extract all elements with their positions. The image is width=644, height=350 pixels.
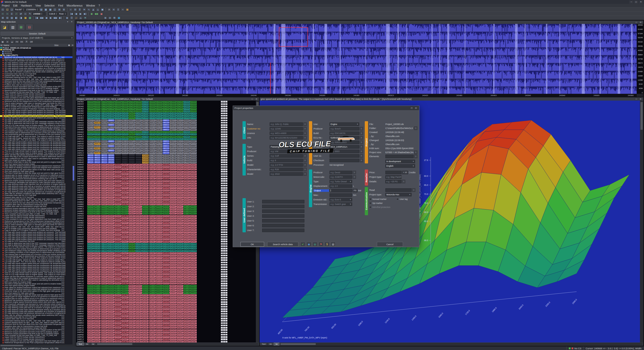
hex-cell[interactable]: 45647 <box>190 182 197 184</box>
hex-cell[interactable]: 00231 <box>142 140 149 142</box>
hex-cell[interactable]: 00221 <box>87 150 94 152</box>
list-item[interactable]: Time constant of the low pass filter of … <box>0 334 74 336</box>
hex-cell[interactable]: 45535 <box>149 229 156 231</box>
hex-cell[interactable]: 03000 <box>190 103 197 105</box>
hex-cell[interactable]: 00101 <box>94 145 101 147</box>
hex-row[interactable]: 2408824564745647456474564745647453676536… <box>76 203 256 205</box>
hex-cell[interactable]: 45647 <box>108 306 114 308</box>
hex-cell[interactable]: 65367 <box>149 164 156 166</box>
hex-cell[interactable]: 03000 <box>149 131 156 133</box>
hex-cell[interactable]: 00110 <box>183 208 190 210</box>
hex-cell[interactable]: 45647 <box>94 185 101 187</box>
hex-cell[interactable]: 65507 <box>94 306 101 308</box>
hex-cell[interactable]: 00022 <box>101 292 108 294</box>
hex-cell[interactable]: 00574 <box>142 122 149 124</box>
hex-cell[interactable]: 65367 <box>135 313 142 315</box>
hex-cell[interactable]: 03000 <box>94 136 101 138</box>
hex-cell[interactable]: 45647 <box>87 313 94 315</box>
map-3d-vscrollbar[interactable] <box>640 101 643 342</box>
hex-cell[interactable]: 65367 <box>135 336 142 338</box>
hex-cell[interactable]: 00221 <box>87 140 94 142</box>
list-item[interactable]: 2D map with inputs engine speed and ambi… <box>0 110 74 111</box>
maximize-button[interactable]: ▢ <box>634 1 638 4</box>
hex-cell[interactable]: 45645 <box>129 112 135 114</box>
hex-cell[interactable]: 00022 <box>122 212 128 214</box>
list-item[interactable]: Lower limit for DEFOI torque derate indu… <box>0 216 74 218</box>
hex-cell[interactable]: 45535 <box>163 252 169 254</box>
hex-cell[interactable]: 65507 <box>94 227 101 229</box>
hex-cell[interactable]: 45647 <box>87 310 94 312</box>
hex-cell[interactable]: 45647 <box>94 194 101 196</box>
hex-cell[interactable]: 45647 <box>115 320 121 322</box>
hex-cell[interactable]: 65367 <box>142 201 149 203</box>
hex-cell[interactable]: 45535 <box>163 182 169 184</box>
hex-cell[interactable]: 02500 <box>177 108 183 110</box>
hex-cell[interactable]: 03000 <box>115 108 121 110</box>
hex-row[interactable]: 2405C20057400419002390011945535455356553… <box>76 152 256 154</box>
column-mode-button[interactable]: ⫼ <box>78 8 82 11</box>
hex-cell[interactable]: 45647 <box>87 308 94 310</box>
hex-cell[interactable]: 45647 <box>94 259 101 261</box>
hex-cell[interactable]: 45535 <box>149 282 156 284</box>
hex-cell[interactable]: 45535 <box>149 269 156 271</box>
hex-cell[interactable]: 45647 <box>108 173 114 175</box>
hex-cell[interactable]: 65525 <box>170 266 176 268</box>
list-item[interactable]: Governor slope to be used when gears in … <box>0 290 74 292</box>
list-item[interactable]: 2D map defining crank rail pressure dema… <box>0 312 74 314</box>
hex-cell[interactable]: 45647 <box>87 306 94 308</box>
hex-row[interactable]: 240AC24564565450654904549045645654504564… <box>76 245 256 247</box>
hex-cell[interactable]: 45367 <box>142 322 149 324</box>
hex-cell[interactable]: 45647 <box>94 273 101 275</box>
col-prev-button[interactable]: ◀ <box>74 12 78 16</box>
hex-cell[interactable]: 45647 <box>122 217 128 219</box>
hex-cell[interactable]: 65367 <box>190 294 197 296</box>
hex-cell[interactable]: 45647 <box>108 227 114 229</box>
hex-cell[interactable]: 45367 <box>142 238 149 240</box>
hex-cell[interactable]: 45647 <box>87 266 94 268</box>
hex-cell[interactable]: 00000 <box>129 161 135 163</box>
hex-cell[interactable]: 03000 <box>190 110 197 112</box>
list-item[interactable]: 1-D map with MFL_Pct_error as input. The… <box>0 257 74 259</box>
hex-cell[interactable]: 45535 <box>190 122 197 124</box>
hex-cell[interactable]: 45647 <box>170 208 176 210</box>
hex-cell[interactable]: 45647 <box>108 257 114 259</box>
hex-cell[interactable]: 00264 <box>108 292 114 294</box>
hex-cell[interactable]: 00101 <box>108 159 114 161</box>
hex-cell[interactable]: 65525 <box>177 334 183 336</box>
hex-cell[interactable]: 45647 <box>183 336 190 338</box>
hex-cell[interactable]: 00022 <box>122 285 128 287</box>
hex-cell[interactable]: 45647 <box>87 317 94 319</box>
hex-cell[interactable]: 45535 <box>156 280 163 282</box>
hex-row[interactable]: 240EA24564745647456474564745647453676536… <box>76 317 256 320</box>
text-size-button[interactable]: A <box>107 8 111 11</box>
hex-cell[interactable]: 45367 <box>142 282 149 284</box>
hex-cell[interactable]: 45367 <box>122 327 128 329</box>
hex-cell[interactable]: 65490 <box>163 243 169 245</box>
hex-row[interactable]: 2405420057400419002390011945535455356553… <box>76 143 256 145</box>
zoom-in-tool-button[interactable]: ⊕ <box>103 16 107 20</box>
hex-cell[interactable]: 65450 <box>122 115 128 117</box>
hex-cell[interactable]: 45647 <box>177 287 183 289</box>
hex-cell[interactable]: 45647 <box>115 222 121 224</box>
hex-cell[interactable]: 65525 <box>170 313 176 315</box>
smooth-button[interactable]: ≋ <box>82 8 86 11</box>
hex-cell[interactable]: 00022 <box>122 210 128 212</box>
hex-cell[interactable]: 65525 <box>170 196 176 198</box>
hex-cell[interactable]: 00239 <box>101 126 108 128</box>
hex-cell[interactable]: 65535 <box>129 143 135 145</box>
hex-cell[interactable]: 45647 <box>108 220 114 222</box>
window-close-icon[interactable]: ✕ <box>639 98 642 100</box>
hex-cell[interactable]: 65450 <box>149 250 156 252</box>
hex-cell[interactable]: 45647 <box>108 215 114 217</box>
hex-cell[interactable]: 65507 <box>129 173 135 175</box>
hex-cell[interactable]: 45647 <box>170 289 176 291</box>
hex-cell[interactable]: 65525 <box>170 229 176 231</box>
hex-cell[interactable]: 45647 <box>87 315 94 317</box>
hex-cell[interactable]: 65525 <box>177 217 183 219</box>
hex-cell[interactable]: 45647 <box>177 175 183 177</box>
hex-row[interactable]: 240EC24564765507456474564745647456476550… <box>76 320 256 322</box>
hex-cell[interactable]: 45645 <box>177 117 183 119</box>
hex-cell[interactable]: 03000 <box>183 108 190 110</box>
hex-cell[interactable]: 03000 <box>87 105 94 107</box>
hex-cell[interactable]: 00022 <box>190 208 197 210</box>
